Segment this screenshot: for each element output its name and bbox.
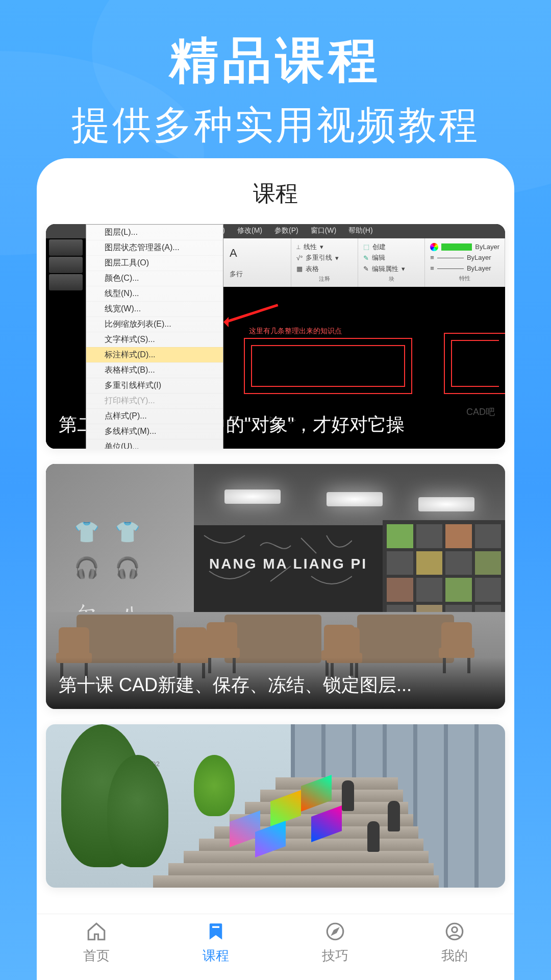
cad-dropdown-item: 多重引线样式(I) [86,378,223,393]
user-icon [442,919,467,944]
cad-rectangle-shape [244,338,412,394]
cad-ribbon-group-title: 块 [363,275,419,283]
promo-header: 精品课程 提供多种实用视频教程 [0,0,551,152]
cad-dropdown-item: 比例缩放列表(E)... [86,316,223,332]
cad-ribbon-group-title: 特性 [430,275,499,282]
cad-dropdown-item: 图层(L)... [86,225,223,240]
tab-label: 首页 [83,947,110,965]
promo-title: 精品课程 [0,28,551,94]
course-card[interactable]: F3.000(N7)2 F3.000(N7)3 [46,724,505,888]
cad-ribbon-group-title: 注释 [296,275,353,283]
cad-ribbon-label: 创建 [372,242,386,252]
ceiling-light [327,492,383,506]
cad-dropdown-item: 单位(U)... [86,439,223,449]
cad-ribbon-label: ByLayer [475,243,499,251]
cad-annotation-text: 这里有几条整理出来的知识点 [249,327,342,336]
cad-menu-item: 修改(M) [231,224,268,238]
outdoor-stairs [153,734,439,888]
bookmark-icon [204,919,228,944]
cad-dropdown-item: 图层工具(O) [86,255,223,271]
tab-tips[interactable]: 技巧 [276,914,395,970]
cad-dropdown-item: 表格样式(B)... [86,362,223,378]
person-figure [367,821,380,852]
ceiling-light [224,489,281,504]
tab-label: 我的 [441,947,468,965]
cad-dropdown-item: 文字样式(S)... [86,332,223,347]
cad-menu-item: 参数(P) [268,224,305,238]
tab-profile[interactable]: 我的 [395,914,514,970]
cad-dropdown-item: 多线样式(M)... [86,424,223,439]
cad-ribbon-label: 编辑属性 [372,264,398,274]
page-title: 课程 [37,158,514,224]
cad-ribbon-label: 表格 [306,264,319,274]
cad-ribbon-label: 多重引线 [306,253,332,262]
phone-frame: 课程 格式(O) 工具(T) 绘图(D) 标注(N) 修改(M) 参数(P) 窗… [37,158,514,980]
cad-format-dropdown: 图层(L)... 图层状态管理器(A)... 图层工具(O) 颜色(C)... … [86,224,223,449]
tab-label: 课程 [203,947,229,965]
cad-dropdown-item: 图层状态管理器(A)... [86,240,223,255]
course-thumbnail-stairs: F3.000(N7)2 F3.000(N7)3 [46,724,505,888]
person-figure [388,801,400,831]
cad-dropdown-item: 点样式(P)... [86,408,223,424]
cad-rectangle-shape [444,333,505,394]
compass-icon [323,919,347,944]
tab-label: 技巧 [322,947,348,965]
bottom-tab-bar: 首页 课程 技巧 我的 [37,914,514,980]
home-icon [84,919,109,944]
person-figure [342,780,354,811]
cad-dropdown-item: 颜色(C)... [86,271,223,286]
wall-decoration-icon: 🎧 [74,556,99,580]
course-list[interactable]: 格式(O) 工具(T) 绘图(D) 标注(N) 修改(M) 参数(P) 窗口(W… [37,224,514,914]
planter-shrub [194,755,235,816]
interior-chalkboard-wall: NANG MA LIANG PI [194,525,383,617]
ceiling-light [418,497,474,511]
cad-ribbon-label: 多行 [230,270,286,279]
cad-dropdown-item: 线型(N)... [86,286,223,301]
course-title: 第十课 CAD新建、保存、冻结、锁定图层... [46,657,505,709]
wall-decoration-icon: 👕 [74,520,99,544]
cad-ribbon-label: 线性 [304,242,317,252]
svg-point-3 [452,927,458,933]
cad-dropdown-item-highlighted: 标注样式(D)... [86,347,223,362]
promo-subtitle: 提供多种实用视频教程 [0,100,551,152]
tab-courses[interactable]: 课程 [156,914,276,970]
cad-ribbon-label: 编辑 [372,253,385,262]
course-card[interactable]: 👕 👕 🎧 🎧 ㄉ 八 NANG MA LIANG PI [46,464,505,709]
wall-decoration-icon: 🎧 [115,556,140,580]
wall-decoration-icon: 👕 [115,520,140,544]
cad-dropdown-item-disabled: 打印样式(Y)... [86,393,223,408]
cad-menu-item: 窗口(W) [305,224,343,238]
svg-rect-0 [212,926,219,928]
cad-ribbon-label: ByLayer [467,264,491,272]
cad-menu-item: 帮助(H) [342,224,379,238]
cad-ribbon-text: A [230,247,237,260]
cad-ribbon-label: ByLayer [467,254,491,261]
cad-dropdown-item: 线宽(W)... [86,301,223,316]
tab-home[interactable]: 首页 [37,914,156,970]
course-card[interactable]: 格式(O) 工具(T) 绘图(D) 标注(N) 修改(M) 参数(P) 窗口(W… [46,224,505,449]
chalkboard-doodle [199,530,352,607]
